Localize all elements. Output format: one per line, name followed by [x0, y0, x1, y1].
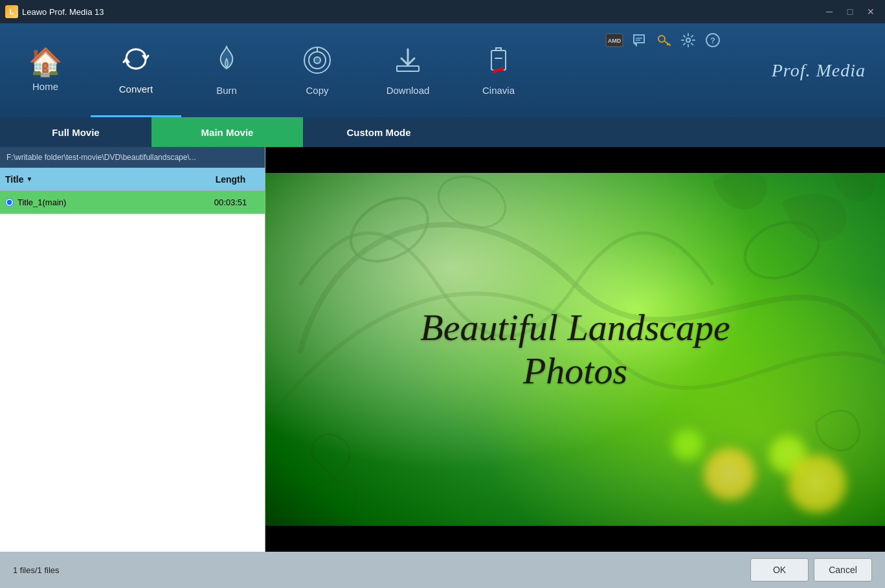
ok-button[interactable]: OK [750, 558, 809, 582]
list-item[interactable]: Title_1(main) 00:03:51 [0, 191, 265, 214]
tabbar: Full Movie Main Movie Custom Mode [0, 117, 885, 147]
column-title: Title ▼ [5, 174, 201, 185]
svg-point-11 [658, 36, 665, 42]
minimize-button[interactable]: ─ [820, 4, 838, 19]
video-preview: Beautiful Landscape Photos [265, 147, 885, 552]
bottom-buttons: OK Cancel [750, 558, 872, 582]
black-bar-bottom [265, 526, 885, 552]
download-icon [393, 45, 423, 80]
svg-point-2 [314, 57, 320, 63]
left-panel: F:\writable folder\test-movie\DVD\beauti… [0, 147, 265, 552]
amd-icon[interactable]: AMD [604, 30, 625, 51]
black-bar-top [265, 147, 885, 173]
main-content: F:\writable folder\test-movie\DVD\beauti… [0, 147, 885, 552]
list-header: Title ▼ Length [0, 168, 265, 191]
copy-icon [302, 45, 332, 80]
app-icon: L [5, 5, 18, 18]
item-length: 00:03:51 [201, 198, 260, 207]
nav-download-label: Download [386, 85, 430, 96]
sort-icon: ▼ [27, 175, 33, 183]
video-title-line2: Photos [420, 350, 730, 393]
file-path-bar: F:\writable folder\test-movie\DVD\beauti… [0, 147, 265, 168]
bokeh-4 [671, 429, 704, 461]
nav-convert[interactable]: Convert [91, 23, 181, 117]
nav-convert-label: Convert [119, 84, 153, 95]
convert-icon [121, 44, 151, 78]
nav-home[interactable]: 🏠 Home [0, 23, 91, 117]
nav-copy[interactable]: Copy [272, 23, 363, 117]
brand-logo: Prof. Media [772, 60, 866, 81]
key-icon[interactable] [653, 30, 674, 51]
window-controls: ─ □ ✕ [820, 4, 880, 19]
bottom-bar: 1 files/1 files OK Cancel [0, 552, 885, 588]
svg-point-18 [431, 168, 512, 236]
list-items: Title_1(main) 00:03:51 [0, 191, 265, 552]
svg-rect-4 [397, 66, 419, 71]
video-title: Beautiful Landscape Photos [420, 306, 730, 392]
burn-icon [213, 45, 240, 80]
svg-text:?: ? [710, 36, 715, 45]
nav-home-label: Home [32, 81, 58, 92]
nav-download[interactable]: Download [363, 23, 453, 117]
system-icons: AMD [604, 30, 723, 51]
svg-text:AMD: AMD [608, 38, 622, 44]
chat-icon[interactable] [629, 30, 649, 51]
maximize-button[interactable]: □ [841, 4, 859, 19]
cancel-button[interactable]: Cancel [814, 558, 872, 582]
nav-burn-label: Burn [216, 85, 237, 96]
svg-point-17 [340, 185, 439, 274]
right-panel: Beautiful Landscape Photos [265, 147, 885, 552]
file-path-text: F:\writable folder\test-movie\DVD\beauti… [6, 153, 196, 162]
nav-copy-label: Copy [306, 85, 328, 96]
bokeh-1 [704, 448, 756, 500]
svg-point-19 [737, 213, 827, 288]
topbar: 🏠 Home Convert Burn [0, 23, 885, 117]
tab-main-movie[interactable]: Main Movie [151, 117, 303, 147]
cinavia-icon [485, 45, 512, 80]
video-title-line1: Beautiful Landscape [420, 306, 730, 350]
column-length: Length [201, 174, 260, 185]
close-button[interactable]: ✕ [862, 4, 880, 19]
item-radio[interactable] [5, 198, 14, 207]
app-title: Leawo Prof. Media 13 [22, 7, 820, 17]
item-title: Title_1(main) [17, 198, 201, 207]
nav-burn[interactable]: Burn [181, 23, 272, 117]
svg-point-14 [686, 38, 690, 42]
tab-full-movie[interactable]: Full Movie [0, 117, 151, 147]
help-icon[interactable]: ? [702, 30, 723, 51]
nav-cinavia[interactable]: Cinavia [453, 23, 544, 117]
settings-icon[interactable] [678, 30, 699, 51]
home-icon: 🏠 [28, 49, 62, 76]
status-text: 1 files/1 files [13, 565, 60, 575]
nav-cinavia-label: Cinavia [482, 85, 515, 96]
bokeh-3 [788, 455, 846, 513]
titlebar: L Leawo Prof. Media 13 ─ □ ✕ [0, 0, 885, 23]
tab-custom-mode[interactable]: Custom Mode [303, 117, 454, 147]
